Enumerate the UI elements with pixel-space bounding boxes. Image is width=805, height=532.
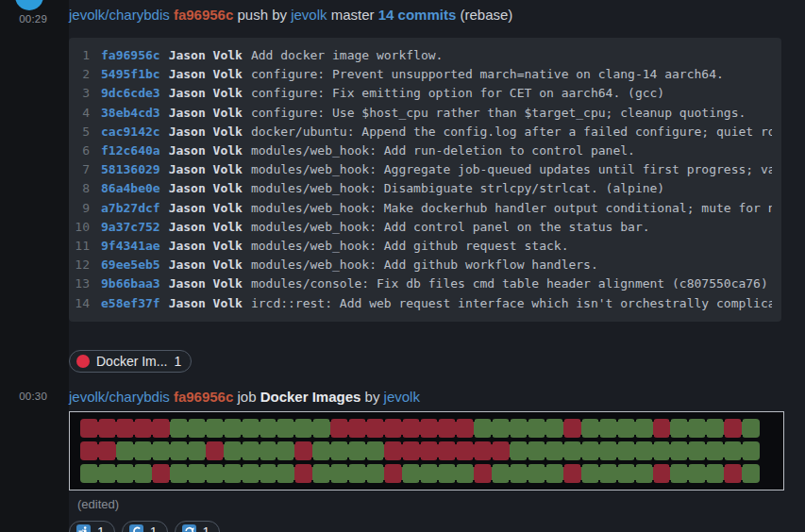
commit-hash-link[interactable]: fa96956c [101,46,169,65]
commits-link[interactable]: 14 commits [378,7,457,23]
avatar[interactable] [15,0,43,10]
commit-row: 119f4341aeJason Volkmodules/web_hook: Ad… [69,237,772,256]
job-cell-passed [116,464,134,483]
commit-author: Jason Volk [169,179,251,198]
repo-link[interactable]: jevolk/charybdis [69,7,170,23]
commit-hash: fa96956c [174,7,233,23]
line-number: 9 [69,199,101,218]
job-cell-passed [188,419,206,438]
commit-row: 6f12c640aJason Volkmodules/web_hook: Add… [69,141,772,160]
commit-hash-link[interactable]: 9f4341ae [101,237,169,256]
message-job: 00:30 jevolk/charybdis fa96956c job Dock… [0,383,805,532]
job-cell-passed [277,441,294,460]
job-cell-failed [563,464,581,483]
commit-hash-link[interactable]: 9dc6cde3 [101,84,169,103]
refresh-arrows-icon [182,524,196,532]
commit-row: 1fa96956cJason VolkAdd docker image work… [69,46,772,65]
message-gutter: 00:30 [0,383,69,532]
job-cell-passed [277,464,294,483]
job-cell-failed [653,464,671,483]
job-cell-failed [384,441,402,460]
commit-author: Jason Volk [169,218,251,237]
commit-hash-link[interactable]: cac9142c [101,123,169,141]
red-circle-icon [76,355,90,368]
commit-list: 1fa96956cJason VolkAdd docker image work… [69,38,781,322]
job-cell-failed [384,464,402,483]
job-cell-failed [294,464,312,483]
job-cell-failed [116,419,134,438]
line-number: 5 [69,123,101,141]
job-cell-passed [688,464,706,483]
commit-message: modules/web_hook: Disambiguate strlcpy/s… [251,179,664,198]
line-number: 8 [69,179,101,198]
job-cell-failed [330,419,348,438]
job-cell-passed [152,441,170,460]
commit-hash-link[interactable]: 5495f1bc [101,65,169,84]
reaction-docker-images[interactable]: Docker Im... 1 [69,350,192,373]
line-number: 7 [69,160,101,179]
commit-author: Jason Volk [169,84,251,103]
commit-hash-link[interactable]: 86a4be0e [101,179,169,198]
commit-hash-link[interactable]: 9a37c752 [101,218,169,237]
commit-row: 5cac9142cJason Volkdocker/ubuntu: Append… [69,123,772,141]
reaction-curved-arrow[interactable]: 1 [122,521,168,532]
commit-hash-link[interactable]: e58ef37f [101,294,169,313]
message-push: 00:29 jevolk/charybdis fa96956c push by … [0,0,805,373]
timestamp: 00:29 [0,13,47,25]
commit-hash-link[interactable]: 38eb4cd3 [101,104,169,123]
job-cell-passed [581,441,599,460]
commit-hash-link[interactable]: f12c640a [101,141,169,160]
reaction-label: Docker Im... [96,354,167,369]
job-cell-failed [474,464,492,483]
job-cell-failed [294,441,312,460]
job-cell-passed [599,464,617,483]
commit-hash-link[interactable]: 58136029 [101,160,169,179]
action-text: push by [237,7,287,23]
job-cell-passed [98,464,116,483]
line-number: 6 [69,141,101,160]
commit-author: Jason Volk [169,123,251,141]
reaction-litter[interactable]: 1 [69,521,115,532]
job-cell-failed [402,419,420,438]
job-cell-failed [152,464,170,483]
commit-hash-link[interactable]: 9b66baa3 [101,274,169,293]
job-cell-failed [456,419,474,438]
job-cell-passed [366,441,384,460]
job-cell-passed [617,419,635,438]
repo-link[interactable]: jevolk/charybdis [69,389,170,405]
job-cell-passed [510,441,528,460]
job-cell-passed [420,464,438,483]
message-body: jevolk/charybdis fa96956c push by jevolk… [69,0,805,373]
job-cell-passed [330,464,348,483]
job-cell-failed [420,419,438,438]
edited-label: (edited) [77,497,796,511]
commit-message: modules/web_hook: Add github workflow ha… [251,256,598,274]
job-cell-passed [242,441,260,460]
job-cell-failed [80,419,98,438]
commit-message: modules/web_hook: Add github request sta… [251,237,569,256]
job-name: Docker Images [260,389,361,405]
commit-hash-link[interactable]: a7b27dcf [101,199,169,218]
line-number: 3 [69,84,101,103]
commit-author: Jason Volk [169,199,251,218]
job-cell-passed [294,419,312,438]
job-cell-passed [170,419,188,438]
job-cell-passed [510,419,528,438]
user-link[interactable]: jevolk [384,389,420,405]
commit-hash-link[interactable]: 69ee5eb5 [101,256,169,274]
reaction-refresh[interactable]: 1 [175,521,221,532]
line-number: 10 [69,218,101,237]
job-cell-passed [635,464,653,483]
commit-message: configure: Fix emitting option for CET o… [251,84,664,103]
commit-message: modules/web_hook: Add run-deletion to co… [251,141,635,160]
job-cell-passed [742,441,760,460]
line-number: 4 [69,104,101,123]
job-cell-passed [581,464,599,483]
job-cell-failed [456,441,474,460]
job-cell-passed [653,441,671,460]
job-cell-passed [617,441,635,460]
commit-message: modules/web_hook: Make dockerhub handler… [251,199,772,218]
message-body: jevolk/charybdis fa96956c job Docker Ima… [69,383,805,532]
job-cell-passed [206,419,224,438]
user-link[interactable]: jevolk [291,7,327,23]
